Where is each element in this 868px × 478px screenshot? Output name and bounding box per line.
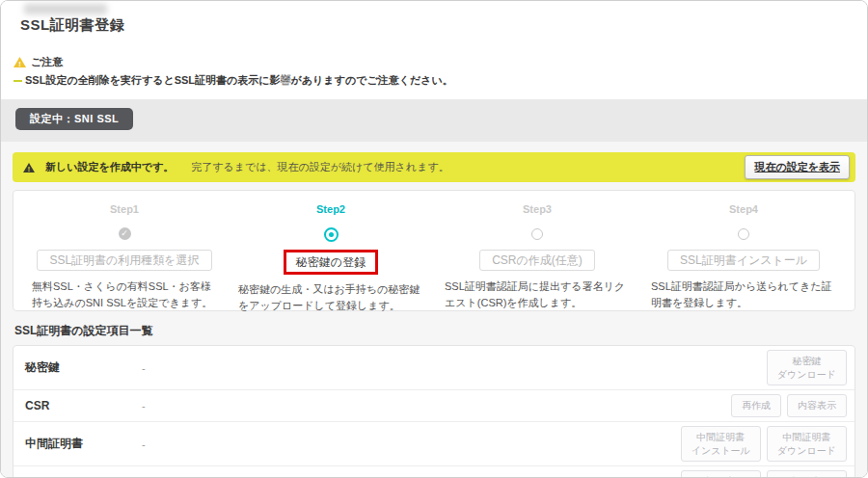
notice-heading: ! ご注意 [14, 55, 453, 69]
step-3-description: SSL証明書認証局に提出する署名リクエスト(CSR)を作成します。 [445, 279, 630, 310]
step-done-check-icon: ✓ [119, 227, 131, 240]
table-row-csr: CSR - 再作成 内容表示 [14, 390, 854, 422]
intermediate-cert-install-button[interactable]: 中間証明書インストール [681, 426, 761, 462]
settings-list-card: 秘密鍵 - 秘密鍵ダウンロード CSR - 再作成 内容表示 [13, 345, 855, 478]
notice-block: ! ご注意 SSL設定の全削除を実行するとSSL証明書の表示に影響がありますので… [14, 55, 453, 88]
in-progress-banner: ! 新しい設定を作成中です。 完了するまでは、現在の設定が続けて使用されます。 … [13, 152, 855, 182]
settings-list-heading: SSL証明書の設定項目一覧 [14, 323, 855, 339]
red-highlight-annotation-box: 秘密鍵の登録 [284, 250, 378, 275]
notice-title: ご注意 [31, 55, 63, 69]
private-key-download-button[interactable]: 秘密鍵ダウンロード [767, 350, 847, 385]
show-current-settings-button[interactable]: 現在の設定を表示 [745, 155, 850, 179]
row-value: - [142, 362, 767, 374]
step-todo-circle-icon [531, 228, 543, 240]
svg-text:!: ! [28, 165, 30, 172]
step-1-column: Step1 ✓ SSL証明書の利用種類を選択 無料SSL・さくらの有料SSL・お… [21, 203, 228, 310]
ssl-certificate-registration-page: SSL証明書登録 ! ご注意 SSL設定の全削除を実行するとSSL証明書の表示に… [0, 0, 868, 478]
step-2-column: Step2 秘密鍵の登録 秘密鍵の生成・又はお手持ちの秘密鍵をアップロードして登… [228, 203, 434, 310]
step-2-label: Step2 [316, 203, 345, 215]
step-4-label: Step4 [729, 203, 758, 215]
svg-text:!: ! [18, 60, 21, 67]
csr-show-content-button[interactable]: 内容表示 [787, 394, 847, 417]
intermediate-cert-download-button[interactable]: 中間証明書ダウンロード [767, 426, 847, 462]
row-label: 秘密鍵 [25, 359, 142, 376]
table-row-intermediate-certificate: 中間証明書 - 中間証明書インストール 中間証明書ダウンロード [14, 422, 854, 466]
page-header: SSL証明書登録 ! ご注意 SSL設定の全削除を実行するとSSL証明書の表示に… [1, 1, 867, 99]
step-2-button-register-private-key[interactable]: 秘密鍵の登録 [286, 252, 375, 272]
banner-warning-icon: ! [23, 163, 35, 173]
step-4-description: SSL証明書認証局から送られてきた証明書を登録します。 [651, 279, 836, 310]
step-active-radio-icon [324, 227, 339, 242]
row-value: - [142, 438, 681, 450]
notice-item-text: SSL設定の全削除を実行するとSSL証明書の表示に影響がありますのでご注意くださ… [25, 73, 453, 88]
row-value: - [142, 400, 731, 412]
step-1-description: 無料SSL・さくらの有料SSL・お客様持ち込みのSNI SSLを設定できます。 [32, 279, 217, 310]
certificate-install-button[interactable]: 証明書インストール [681, 470, 761, 478]
step-3-button-create-csr[interactable]: CSRの作成(任意) [479, 250, 595, 271]
banner-bold-text: 新しい設定を作成中です。 [45, 160, 174, 174]
page-title: SSL証明書登録 [20, 16, 124, 35]
table-row-certificate: 証明書 - 証明書インストール 証明書ダウンロード [14, 466, 854, 478]
notice-item: SSL設定の全削除を実行するとSSL証明書の表示に影響がありますのでご注意くださ… [14, 73, 453, 88]
redacted-text-blur [24, 4, 107, 14]
step-1-button-select-ssl-type[interactable]: SSL証明書の利用種類を選択 [37, 250, 211, 271]
row-label: 中間証明書 [25, 436, 142, 452]
step-4-button-install-certificate[interactable]: SSL証明書インストール [667, 250, 820, 271]
table-row-private-key: 秘密鍵 - 秘密鍵ダウンロード [14, 346, 854, 390]
step-4-column: Step4 SSL証明書インストール SSL証明書認証局から送られてきた証明書を… [640, 203, 847, 310]
steps-card: Step1 ✓ SSL証明書の利用種類を選択 無料SSL・さくらの有料SSL・お… [13, 190, 855, 311]
row-label: CSR [25, 399, 142, 412]
banner-text: 完了するまでは、現在の設定が続けて使用されます。 [191, 160, 448, 174]
warning-triangle-icon: ! [14, 57, 26, 67]
status-strip: 設定中：SNI SSL [1, 99, 867, 142]
certificate-download-button[interactable]: 証明書ダウンロード [767, 470, 847, 478]
main-content: ! 新しい設定を作成中です。 完了するまでは、現在の設定が続けて使用されます。 … [1, 142, 867, 478]
status-badge: 設定中：SNI SSL [15, 108, 133, 130]
step-3-column: Step3 CSRの作成(任意) SSL証明書認証局に提出する署名リクエスト(C… [434, 203, 640, 310]
step-3-label: Step3 [523, 203, 552, 215]
step-1-label: Step1 [110, 203, 139, 215]
step-todo-circle-icon [738, 228, 749, 240]
step-2-description: 秘密鍵の生成・又はお手持ちの秘密鍵をアップロードして登録します。 [238, 281, 423, 313]
dash-bullet-icon [14, 80, 22, 82]
csr-recreate-button[interactable]: 再作成 [731, 394, 781, 417]
